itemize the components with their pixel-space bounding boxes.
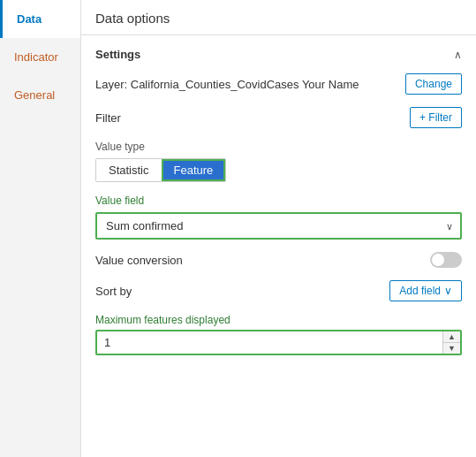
value-type-section: Value type Statistic Feature [95, 141, 462, 182]
value-field-wrapper: Sum confirmed ∨ [95, 212, 462, 240]
sidebar-label-general: General [14, 88, 55, 102]
statistic-toggle-btn[interactable]: Statistic [96, 159, 162, 181]
value-type-label: Value type [95, 141, 462, 153]
layer-row: Layer: California_Counties_CovidCases Yo… [95, 73, 462, 95]
sidebar-label-indicator: Indicator [14, 50, 58, 64]
feature-toggle-btn[interactable]: Feature [162, 159, 226, 181]
change-button[interactable]: Change [405, 73, 462, 95]
spinner-buttons: ▲ ▼ [442, 331, 460, 354]
value-conversion-row: Value conversion [95, 252, 462, 268]
page-title: Data options [95, 11, 170, 26]
add-field-chevron-icon: ∨ [444, 285, 452, 297]
value-conversion-label: Value conversion [95, 254, 183, 267]
add-field-button[interactable]: Add field ∨ [389, 280, 462, 301]
section-collapse-icon[interactable]: ∧ [454, 49, 462, 61]
max-features-section: Maximum features displayed ▲ ▼ [95, 314, 462, 355]
add-field-label: Add field [399, 285, 441, 297]
sidebar-item-general[interactable]: General [0, 76, 80, 114]
filter-button[interactable]: + Filter [410, 107, 462, 128]
value-field-section: Value field Sum confirmed ∨ [95, 194, 462, 240]
max-features-input[interactable] [97, 331, 442, 354]
value-field-select[interactable]: Sum confirmed [95, 212, 462, 240]
value-type-toggle-group: Statistic Feature [95, 158, 226, 182]
section-title: Settings [95, 48, 140, 61]
sidebar-item-data[interactable]: Data [0, 0, 80, 38]
page-header: Data options [81, 0, 476, 35]
sidebar-item-indicator[interactable]: Indicator [0, 38, 80, 76]
spinner-up-button[interactable]: ▲ [443, 331, 460, 343]
value-conversion-toggle[interactable] [430, 252, 462, 268]
sort-by-label: Sort by [95, 285, 132, 298]
spinner-down-button[interactable]: ▼ [443, 343, 460, 354]
main-content: Data options Settings ∧ Layer: Californi… [81, 0, 476, 457]
section-header: Settings ∧ [95, 48, 462, 61]
content-area: Settings ∧ Layer: California_Counties_Co… [81, 35, 476, 368]
sort-by-row: Sort by Add field ∨ [95, 280, 462, 301]
value-field-label: Value field [95, 194, 462, 207]
max-features-input-wrapper: ▲ ▼ [95, 330, 462, 355]
layer-label: Layer: California_Counties_CovidCases Yo… [95, 78, 405, 91]
filter-label: Filter [95, 111, 410, 125]
max-features-label: Maximum features displayed [95, 314, 462, 326]
filter-row: Filter + Filter [95, 107, 462, 128]
sidebar-label-data: Data [17, 12, 42, 26]
sidebar: Data Indicator General [0, 0, 81, 457]
